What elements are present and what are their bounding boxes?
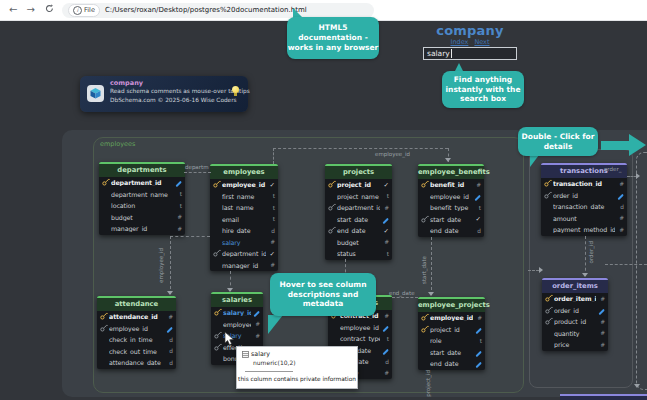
- table-orders-peek[interactable]: [560, 394, 647, 400]
- column-name: last_name: [222, 204, 266, 211]
- table-header-employees[interactable]: employees: [210, 164, 278, 179]
- datatype-letter: #: [596, 330, 605, 336]
- column-employees-salary[interactable]: salary#: [210, 237, 278, 249]
- column-name: contract_type: [340, 335, 380, 342]
- back-button[interactable]: ←: [9, 0, 17, 20]
- forward-button[interactable]: →: [26, 0, 34, 20]
- column-name: first_name: [222, 193, 266, 200]
- column-employee_benefits-benefit_id[interactable]: benefit_id#: [418, 179, 484, 191]
- datatype-letter: #: [380, 205, 389, 211]
- column-attendance-check_out_time[interactable]: check_out_timed: [97, 346, 176, 358]
- column-employee_projects-end_date[interactable]: end_date: [418, 358, 485, 370]
- column-departments-department_id[interactable]: department_id: [99, 177, 185, 189]
- table-transactions[interactable]: transactionstransaction_id#order_idtrans…: [541, 163, 627, 236]
- column-employees-email[interactable]: emailt: [210, 214, 278, 226]
- column-employee_benefits-start_date[interactable]: start_date✓: [418, 214, 484, 226]
- column-projects-start_date[interactable]: start_date: [325, 214, 392, 226]
- datatype-letter: #: [473, 315, 482, 321]
- fk-pencil-icon: [173, 180, 182, 186]
- column-employees-department_id[interactable]: department_id✓: [210, 248, 278, 260]
- datatype-letter: t: [266, 216, 275, 222]
- column-projects-project_id[interactable]: project_id✓: [325, 179, 392, 191]
- datatype-letter: #: [615, 215, 624, 221]
- table-employee_benefits[interactable]: employee_benefitsbenefit_id#employee_idb…: [418, 164, 484, 237]
- column-transactions-payment_method_id[interactable]: payment_method_id#: [541, 224, 627, 236]
- column-employee_projects-start_date[interactable]: start_date: [418, 347, 485, 359]
- table-header-order_items[interactable]: order_items: [542, 278, 608, 293]
- column-departments-manager_id[interactable]: manager_id#: [99, 223, 185, 235]
- table-departments[interactable]: departmentsdepartment_iddepartment_namet…: [99, 162, 185, 235]
- reload-button[interactable]: [45, 0, 54, 20]
- column-projects-end_date[interactable]: end_date✓: [325, 225, 392, 237]
- column-order_items-order_id[interactable]: order_id: [542, 305, 608, 317]
- column-name: department_name: [111, 191, 173, 198]
- column-name: employee_id: [340, 324, 380, 331]
- column-employee_benefits-employee_id[interactable]: employee_id: [418, 191, 484, 203]
- datatype-letter: #: [596, 342, 605, 348]
- column-projects-department_id[interactable]: department_id#: [325, 202, 392, 214]
- column-transactions-amount[interactable]: amount#: [541, 213, 627, 225]
- table-projects[interactable]: projectsproject_id✓project_nametdepartme…: [325, 164, 392, 260]
- column-departments-budget[interactable]: budget#: [99, 212, 185, 224]
- column-employees-manager_id[interactable]: manager_id#: [210, 260, 278, 272]
- column-projects-status[interactable]: statust: [325, 248, 392, 260]
- fk-pencil-icon: [380, 347, 389, 353]
- column-employee_benefits-end_date[interactable]: end_dated: [418, 225, 484, 237]
- column-order_items-quantity[interactable]: quantity#: [542, 328, 608, 340]
- column-order_items-order_item_id[interactable]: order_item_id#: [542, 293, 608, 305]
- column-salaries-employee_id[interactable]: employee_id#: [211, 319, 263, 331]
- datatype-letter: t: [472, 205, 481, 211]
- next-link[interactable]: Next: [474, 38, 489, 46]
- index-key-icon: [328, 203, 337, 212]
- column-transactions-order_id[interactable]: order_id: [541, 190, 627, 202]
- column-employee_projects-employee_id[interactable]: employee_id#: [418, 312, 485, 324]
- fk-pencil-icon: [473, 349, 482, 355]
- fk-pencil-icon: [251, 310, 260, 316]
- tooltip-comment: this column contains private information: [237, 376, 357, 382]
- column-departments-department_name[interactable]: department_namet: [99, 189, 185, 201]
- table-header-employee_benefits[interactable]: employee_benefits: [418, 164, 484, 179]
- tooltip-column-name: salary: [251, 350, 270, 357]
- column-employee_projects-project_id[interactable]: project_id: [418, 324, 485, 336]
- column-attendance-attendance_id[interactable]: attendance_id#: [97, 311, 176, 323]
- table-header-salaries[interactable]: salaries: [211, 292, 263, 307]
- table-order_items[interactable]: order_itemsorder_item_id#order_idproduct…: [542, 278, 608, 351]
- column-employees-last_name[interactable]: last_namet: [210, 202, 278, 214]
- url-bar[interactable]: i File C:/Users/roxan/Desktop/postgres%2…: [62, 3, 374, 18]
- column-transactions-transaction_id[interactable]: transaction_id#: [541, 178, 627, 190]
- column-employees-hire_date[interactable]: hire_dated: [210, 225, 278, 237]
- check-icon: ✓: [380, 227, 389, 235]
- column-contracts-employee_id[interactable]: employee_id: [328, 322, 392, 334]
- column-projects-budget[interactable]: budget#: [325, 237, 392, 249]
- primary-key-icon: [545, 294, 554, 303]
- column-employee_projects-role[interactable]: rolet: [418, 335, 485, 347]
- table-header-employee_projects[interactable]: employee_projects: [418, 297, 485, 312]
- column-attendance-check_in_time[interactable]: check_in_timed: [97, 334, 176, 346]
- reload-icon: [45, 4, 54, 13]
- tooltip-datatype: numeric(10,2): [253, 359, 296, 366]
- table-attendance[interactable]: attendanceattendance_id#employee_idcheck…: [97, 296, 176, 369]
- index-link[interactable]: Index: [450, 38, 468, 46]
- table-employee_projects[interactable]: employee_projectsemployee_id#project_idr…: [418, 297, 485, 370]
- search-input[interactable]: salary: [423, 47, 517, 60]
- column-contracts-contract_type[interactable]: contract_typet: [328, 333, 392, 345]
- column-employees-employee_id[interactable]: employee_id✓: [210, 179, 278, 191]
- column-transactions-transaction_date[interactable]: transaction_dated: [541, 201, 627, 213]
- column-attendance-employee_id[interactable]: employee_id: [97, 323, 176, 335]
- table-employees[interactable]: employeesemployee_id✓first_nametlast_nam…: [210, 164, 278, 271]
- column-salaries-salary[interactable]: salary#: [211, 330, 263, 342]
- table-header-attendance[interactable]: attendance: [97, 296, 176, 311]
- column-attendance-attendance_date[interactable]: attendance_dated: [97, 357, 176, 369]
- column-order_items-price[interactable]: price#: [542, 339, 608, 351]
- relation-label: order_id: [588, 241, 594, 263]
- column-employees-first_name[interactable]: first_namet: [210, 191, 278, 203]
- column-departments-location[interactable]: locationt: [99, 200, 185, 212]
- column-order_items-product_id[interactable]: product_id#: [542, 316, 608, 328]
- column-employee_benefits-benefit_type[interactable]: benefit_typet: [418, 202, 484, 214]
- column-salaries-salary_id[interactable]: salary_id: [211, 307, 263, 319]
- table-header-departments[interactable]: departments: [99, 162, 185, 177]
- table-header-projects[interactable]: projects: [325, 164, 392, 179]
- column-projects-project_name[interactable]: project_namet: [325, 191, 392, 203]
- column-name: benefit_type: [430, 204, 472, 211]
- datatype-letter: #: [615, 181, 624, 187]
